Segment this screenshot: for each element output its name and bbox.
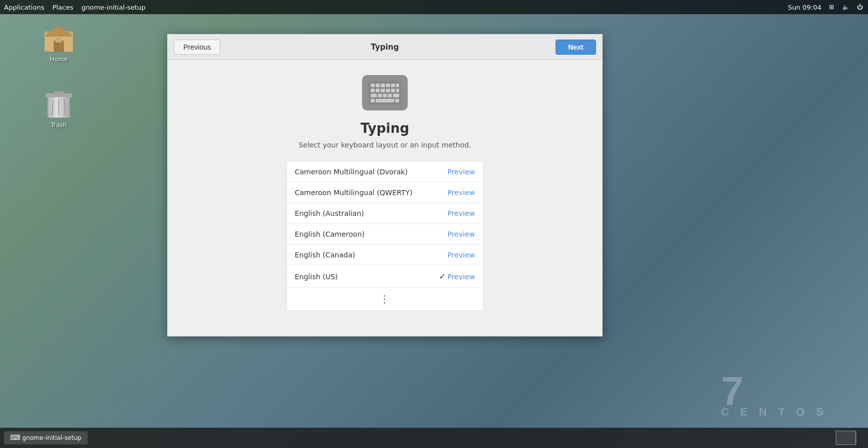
svg-rect-22 <box>386 89 390 92</box>
svg-rect-21 <box>381 89 385 92</box>
taskbar-app-item[interactable]: ⌨ gnome-initial-setup <box>4 431 88 444</box>
svg-rect-19 <box>371 89 375 92</box>
svg-rect-30 <box>371 99 375 102</box>
home-icon[interactable]: Home <box>38 20 79 65</box>
layout-name: Cameroon Multilingual (Dvorak) <box>295 168 438 176</box>
svg-rect-15 <box>381 84 385 87</box>
window-thumbnail[interactable] <box>836 431 856 445</box>
svg-rect-13 <box>371 84 375 87</box>
layout-check: ✓ <box>438 272 448 281</box>
home-icon-label: Home <box>50 56 67 63</box>
svg-rect-18 <box>396 84 399 87</box>
layout-item[interactable]: English (US)✓Preview <box>287 266 483 288</box>
layout-preview-link[interactable]: Preview <box>448 230 476 238</box>
svg-marker-2 <box>44 25 74 36</box>
next-button[interactable]: Next <box>556 40 596 55</box>
svg-rect-26 <box>378 94 382 97</box>
centos-watermark: 7 C E N T O S <box>721 371 827 418</box>
taskbar-setup[interactable]: gnome-initial-setup <box>82 4 146 11</box>
keyboard-icon <box>362 75 408 110</box>
svg-rect-27 <box>383 94 387 97</box>
top-taskbar: Applications Places gnome-initial-setup … <box>0 0 868 14</box>
taskbar-app-label: gnome-initial-setup <box>22 434 82 441</box>
layout-item[interactable]: English (Australian)Preview <box>287 203 483 224</box>
layout-item[interactable]: Cameroon Multilingual (Dvorak)Preview <box>287 162 483 182</box>
trash-icon-label: Trash <box>51 122 67 129</box>
network-icon[interactable]: ⊞ <box>827 3 836 11</box>
svg-rect-16 <box>386 84 390 87</box>
taskbar-left: Applications Places gnome-initial-setup <box>4 4 145 11</box>
layout-name: Cameroon Multilingual (QWERTY) <box>295 189 438 197</box>
layout-name: English (Australian) <box>295 209 438 217</box>
layout-name: English (Canada) <box>295 251 438 259</box>
trash-icon[interactable]: Trash <box>38 86 79 131</box>
dialog-content: Typing Select your keyboard layout or an… <box>168 60 602 336</box>
layout-item[interactable]: English (Cameroon)Preview <box>287 224 483 245</box>
layout-preview-link[interactable]: Preview <box>448 209 476 217</box>
svg-rect-8 <box>54 91 64 94</box>
bottom-taskbar: ⌨ gnome-initial-setup <box>0 428 868 448</box>
svg-rect-25 <box>371 94 377 97</box>
taskbar-places[interactable]: Places <box>52 4 73 11</box>
typing-heading: Typing <box>361 121 409 136</box>
dialog-titlebar: Previous Typing Next <box>168 34 602 60</box>
trash-folder-icon <box>43 88 75 121</box>
svg-rect-32 <box>395 99 399 102</box>
svg-rect-4 <box>56 38 62 43</box>
taskbar-bottom-right <box>836 431 864 445</box>
taskbar-right: Sun 09:04 ⊞ 🔈 ⏻ <box>788 3 864 11</box>
svg-rect-28 <box>388 94 392 97</box>
show-desktop-button[interactable] <box>856 431 864 445</box>
app-icon: ⌨ <box>10 433 19 442</box>
layout-item[interactable]: English (Canada)Preview <box>287 245 483 266</box>
keyboard-layout-list: Cameroon Multilingual (Dvorak)PreviewCam… <box>286 161 484 311</box>
more-dots-indicator: ⋮ <box>379 293 390 305</box>
layout-name: English (Cameroon) <box>295 230 438 238</box>
typing-subtitle: Select your keyboard layout or an input … <box>299 141 471 149</box>
typing-dialog: Previous Typing Next <box>167 34 603 337</box>
layout-preview-link[interactable]: Preview <box>448 189 476 197</box>
home-folder-icon <box>43 22 75 55</box>
centos-text: C E N T O S <box>721 406 827 418</box>
layout-item[interactable]: Cameroon Multilingual (QWERTY)Preview <box>287 182 483 203</box>
svg-rect-17 <box>391 84 395 87</box>
layout-name: English (US) <box>295 273 438 281</box>
taskbar-time: Sun 09:04 <box>788 4 821 11</box>
volume-icon[interactable]: 🔈 <box>842 3 850 11</box>
dialog-window-title: Typing <box>371 43 399 52</box>
previous-button[interactable]: Previous <box>174 40 220 55</box>
taskbar-applications[interactable]: Applications <box>4 4 44 11</box>
svg-rect-31 <box>376 99 394 102</box>
keyboard-svg <box>367 80 403 106</box>
power-icon[interactable]: ⏻ <box>856 3 864 11</box>
layout-more-row[interactable]: ⋮ <box>287 288 483 310</box>
svg-rect-24 <box>396 89 399 92</box>
desktop: Applications Places gnome-initial-setup … <box>0 0 868 448</box>
svg-rect-23 <box>391 89 395 92</box>
layout-preview-link[interactable]: Preview <box>448 168 476 176</box>
svg-rect-14 <box>376 84 380 87</box>
layout-preview-link[interactable]: Preview <box>448 251 476 259</box>
svg-rect-20 <box>376 89 380 92</box>
layout-preview-link[interactable]: Preview <box>448 273 476 281</box>
svg-rect-29 <box>393 94 399 97</box>
